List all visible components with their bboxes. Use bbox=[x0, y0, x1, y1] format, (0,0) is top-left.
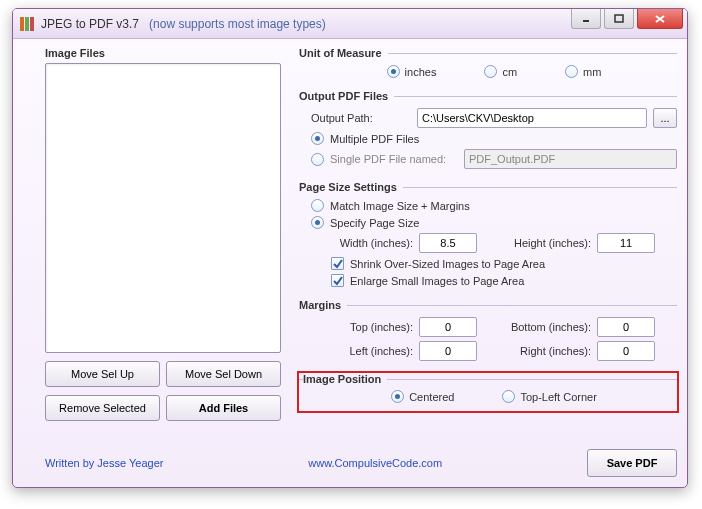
margin-left-label: Left (inches): bbox=[331, 345, 413, 357]
margin-top-input[interactable] bbox=[419, 317, 477, 337]
single-pdf-radio[interactable] bbox=[311, 153, 324, 166]
match-size-radio[interactable] bbox=[311, 199, 324, 212]
svg-rect-1 bbox=[25, 17, 29, 31]
right-panel: Unit of Measure inches cm mm bbox=[299, 47, 677, 437]
margin-left-input[interactable] bbox=[419, 341, 477, 361]
centered-label: Centered bbox=[409, 391, 454, 403]
margin-right-label: Right (inches): bbox=[505, 345, 591, 357]
image-files-listbox[interactable] bbox=[45, 63, 281, 353]
output-path-label: Output Path: bbox=[311, 112, 411, 124]
multiple-pdf-radio[interactable] bbox=[311, 132, 324, 145]
single-pdf-label: Single PDF File named: bbox=[330, 153, 458, 165]
centered-radio[interactable] bbox=[391, 390, 404, 403]
window: JPEG to PDF v3.7 (now supports most imag… bbox=[12, 8, 688, 488]
image-position-group: Image Position Centered Top-Left Corner bbox=[299, 373, 677, 411]
margin-right-input[interactable] bbox=[597, 341, 655, 361]
main-body: Image Files Move Sel Up Move Sel Down Re… bbox=[13, 39, 687, 445]
move-sel-up-button[interactable]: Move Sel Up bbox=[45, 361, 160, 387]
svg-rect-2 bbox=[30, 17, 34, 31]
unit-cm-label: cm bbox=[502, 66, 517, 78]
shrink-checkbox[interactable] bbox=[331, 257, 344, 270]
page-size-group: Page Size Settings Match Image Size + Ma… bbox=[299, 181, 677, 295]
unit-inches-label: inches bbox=[405, 66, 437, 78]
add-files-button[interactable]: Add Files bbox=[166, 395, 281, 421]
unit-mm-label: mm bbox=[583, 66, 601, 78]
output-heading: Output PDF Files bbox=[299, 90, 394, 102]
window-buttons bbox=[571, 9, 683, 29]
footer: Written by Jesse Yeager www.CompulsiveCo… bbox=[13, 445, 687, 487]
maximize-button[interactable] bbox=[604, 9, 634, 29]
unit-of-measure-group: Unit of Measure inches cm mm bbox=[299, 47, 677, 86]
output-pdf-group: Output PDF Files Output Path: ... Multip… bbox=[299, 90, 677, 177]
unit-inches-radio[interactable] bbox=[387, 65, 400, 78]
multiple-pdf-label: Multiple PDF Files bbox=[330, 133, 419, 145]
browse-button[interactable]: ... bbox=[653, 108, 677, 128]
enlarge-label: Enlarge Small Images to Page Area bbox=[350, 275, 524, 287]
site-link[interactable]: www.CompulsiveCode.com bbox=[308, 457, 442, 469]
author-link[interactable]: Written by Jesse Yeager bbox=[45, 457, 163, 469]
page-height-input[interactable] bbox=[597, 233, 655, 253]
window-subtitle: (now supports most image types) bbox=[149, 17, 326, 31]
margin-bottom-label: Bottom (inches): bbox=[505, 321, 591, 333]
unit-heading: Unit of Measure bbox=[299, 47, 388, 59]
shrink-label: Shrink Over-Sized Images to Page Area bbox=[350, 258, 545, 270]
titlebar: JPEG to PDF v3.7 (now supports most imag… bbox=[13, 9, 687, 39]
image-files-label: Image Files bbox=[45, 47, 281, 59]
left-panel: Image Files Move Sel Up Move Sel Down Re… bbox=[45, 47, 281, 437]
window-title: JPEG to PDF v3.7 bbox=[41, 17, 139, 31]
unit-mm-radio[interactable] bbox=[565, 65, 578, 78]
svg-rect-4 bbox=[615, 15, 623, 22]
margins-group: Margins Top (inches): Bottom (inches): L… bbox=[299, 299, 677, 369]
move-sel-down-button[interactable]: Move Sel Down bbox=[166, 361, 281, 387]
page-heading: Page Size Settings bbox=[299, 181, 403, 193]
svg-rect-0 bbox=[20, 17, 24, 31]
position-heading: Image Position bbox=[303, 373, 387, 385]
specify-size-label: Specify Page Size bbox=[330, 217, 419, 229]
topleft-radio[interactable] bbox=[502, 390, 515, 403]
enlarge-checkbox[interactable] bbox=[331, 274, 344, 287]
margin-bottom-input[interactable] bbox=[597, 317, 655, 337]
close-button[interactable] bbox=[637, 9, 683, 29]
minimize-button[interactable] bbox=[571, 9, 601, 29]
margin-top-label: Top (inches): bbox=[331, 321, 413, 333]
page-width-input[interactable] bbox=[419, 233, 477, 253]
height-label: Height (inches): bbox=[505, 237, 591, 249]
specify-size-radio[interactable] bbox=[311, 216, 324, 229]
width-label: Width (inches): bbox=[331, 237, 413, 249]
output-path-input[interactable] bbox=[417, 108, 647, 128]
margins-heading: Margins bbox=[299, 299, 347, 311]
save-pdf-button[interactable]: Save PDF bbox=[587, 449, 677, 477]
remove-selected-button[interactable]: Remove Selected bbox=[45, 395, 160, 421]
app-icon bbox=[19, 16, 35, 32]
match-size-label: Match Image Size + Margins bbox=[330, 200, 470, 212]
topleft-label: Top-Left Corner bbox=[520, 391, 596, 403]
single-pdf-name-input[interactable] bbox=[464, 149, 677, 169]
unit-cm-radio[interactable] bbox=[484, 65, 497, 78]
